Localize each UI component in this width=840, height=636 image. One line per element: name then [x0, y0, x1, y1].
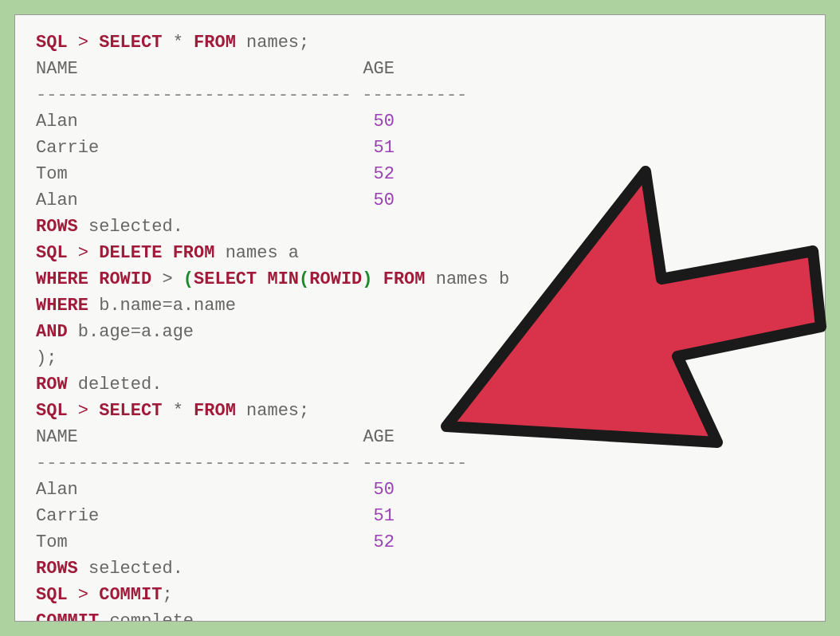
col-age: AGE — [347, 424, 394, 450]
divider-2: ------------------------------ ---------… — [36, 450, 804, 477]
prompt-sep: > — [68, 33, 100, 53]
kw-row: ROW — [36, 375, 68, 395]
kw-rowid: ROWID — [309, 269, 362, 289]
cell-name: Alan — [36, 477, 347, 503]
cell-age: 52 — [347, 161, 394, 187]
sql-terminal: SQL > SELECT * FROM names;NAMEAGE-------… — [14, 14, 826, 622]
paren-close: ) — [362, 269, 372, 289]
space — [257, 269, 267, 289]
prompt: SQL — [36, 243, 68, 263]
header-row-1: NAMEAGE — [36, 56, 804, 82]
cell-name: Alan — [36, 187, 347, 214]
kw-commit: COMMIT — [99, 585, 162, 605]
cell-age: 52 — [347, 529, 394, 556]
paren-open: ( — [183, 269, 194, 289]
kw-select: SELECT — [99, 33, 162, 53]
commit-complete: COMMIT complete. — [36, 608, 804, 622]
cmd-delete: SQL > DELETE FROM names a — [36, 240, 804, 266]
space — [373, 269, 383, 289]
cell-age: 50 — [347, 108, 394, 135]
kw-from: FROM — [194, 33, 236, 53]
kw-from: FROM — [383, 269, 426, 289]
star: * — [173, 401, 183, 421]
space — [162, 33, 172, 53]
prompt-sep: > — [68, 585, 100, 605]
prompt: SQL — [36, 33, 68, 53]
table-row: Carrie51 — [36, 503, 804, 529]
kw-select: SELECT — [194, 269, 257, 289]
cmd-where-1: WHERE ROWID > (SELECT MIN(ROWID) FROM na… — [36, 266, 804, 292]
cell-age: 50 — [347, 477, 394, 503]
divider-1: ------------------------------ ---------… — [36, 82, 804, 108]
paren-open: ( — [299, 269, 309, 289]
cell-age: 51 — [347, 503, 394, 529]
cmd-select-1: SQL > SELECT * FROM names; — [36, 29, 804, 56]
names-b: names b — [426, 269, 510, 289]
col-age: AGE — [347, 56, 394, 82]
kw-commit: COMMIT — [36, 611, 99, 622]
table-row: Carrie51 — [36, 135, 804, 161]
bage: b.age=a.age — [68, 322, 194, 342]
tbl-names: names; — [236, 401, 309, 421]
table-row: Alan50 — [36, 108, 804, 135]
rows-selected-1: ROWS selected. — [36, 214, 804, 240]
cell-name: Tom — [36, 161, 347, 187]
kw-min: MIN — [267, 269, 299, 289]
tbl-names: names; — [236, 33, 309, 53]
table-row: Tom52 — [36, 529, 804, 556]
cmd-select-2: SQL > SELECT * FROM names; — [36, 398, 804, 424]
cell-age: 50 — [347, 187, 394, 214]
prompt: SQL — [36, 401, 68, 421]
deleted-text: deleted. — [68, 375, 163, 395]
cell-name: Tom — [36, 529, 347, 556]
prompt-sep: > — [68, 243, 100, 263]
close-stmt: ); — [36, 345, 804, 371]
selected-text: selected. — [78, 217, 183, 237]
kw-rowid: ROWID — [99, 269, 151, 289]
space — [183, 401, 194, 421]
kw-select: SELECT — [99, 401, 162, 421]
cell-name: Alan — [36, 108, 347, 135]
space — [183, 33, 194, 53]
kw-from: FROM — [194, 401, 236, 421]
kw-and: AND — [36, 322, 68, 342]
complete-text: complete. — [99, 611, 204, 622]
semi: ; — [162, 585, 172, 605]
selected-text: selected. — [78, 559, 183, 579]
cell-age: 51 — [347, 135, 394, 161]
space — [162, 401, 172, 421]
header-row-2: NAMEAGE — [36, 424, 804, 450]
star: * — [173, 33, 183, 53]
cell-name: Carrie — [36, 135, 347, 161]
cmd-commit: SQL > COMMIT; — [36, 582, 804, 608]
kw-from: FROM — [173, 243, 215, 263]
col-name: NAME — [36, 424, 347, 450]
bname: b.name=a.name — [88, 296, 236, 316]
kw-where: WHERE — [36, 269, 88, 289]
cmd-and: AND b.age=a.age — [36, 319, 804, 345]
table-row: Alan50 — [36, 187, 804, 214]
table-row: Alan50 — [36, 477, 804, 503]
row-deleted: ROW deleted. — [36, 371, 804, 398]
kw-delete: DELETE — [99, 243, 162, 263]
cell-name: Carrie — [36, 503, 347, 529]
col-name: NAME — [36, 56, 347, 82]
kw-rows: ROWS — [36, 559, 78, 579]
rows-selected-2: ROWS selected. — [36, 556, 804, 582]
names-a: names a — [214, 243, 299, 263]
cmd-where-2: WHERE b.name=a.name — [36, 292, 804, 319]
space — [162, 243, 172, 263]
kw-where: WHERE — [36, 296, 88, 316]
kw-rows: ROWS — [36, 217, 78, 237]
prompt: SQL — [36, 585, 68, 605]
space — [88, 269, 99, 289]
gt: > — [151, 269, 183, 289]
prompt-sep: > — [68, 401, 100, 421]
table-row: Tom52 — [36, 161, 804, 187]
